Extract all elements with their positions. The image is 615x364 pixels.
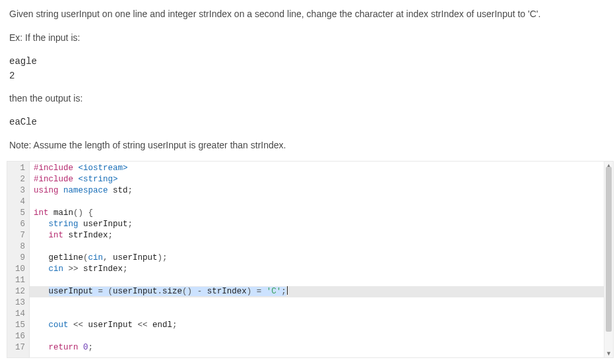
code-line[interactable] — [30, 331, 604, 342]
line-number: 6 — [7, 219, 29, 230]
line-number: 13 — [7, 297, 29, 309]
code-line[interactable] — [30, 197, 604, 208]
line-number: 14 — [7, 309, 29, 320]
code-line[interactable] — [30, 309, 604, 320]
code-line[interactable]: #include <iostream> — [30, 163, 604, 174]
line-number: 15 — [7, 320, 29, 331]
code-editor[interactable]: 1234567891011121314151617 #include <iost… — [7, 161, 614, 358]
example-intro: Ex: If the input is: — [9, 30, 606, 46]
line-number: 16 — [7, 331, 29, 342]
problem-statement: Given string userInput on one line and i… — [9, 7, 606, 22]
line-number-gutter: 1234567891011121314151617 — [7, 162, 30, 357]
line-number: 3 — [7, 185, 29, 197]
code-line[interactable]: getline(cin, userInput); — [30, 253, 604, 264]
line-number: 17 — [7, 342, 29, 353]
line-number: 5 — [7, 208, 29, 219]
code-line[interactable] — [30, 275, 604, 286]
code-line[interactable]: cin >> strIndex; — [30, 264, 604, 275]
code-line[interactable]: #include <string> — [30, 174, 604, 185]
code-line[interactable]: return 0; — [30, 342, 604, 353]
line-number: 10 — [7, 264, 29, 275]
line-number: 4 — [7, 197, 29, 208]
code-line[interactable] — [30, 241, 604, 253]
line-number: 2 — [7, 174, 29, 185]
example-input: eagle 2 — [9, 54, 606, 84]
code-line[interactable]: int main() { — [30, 208, 604, 219]
text-selection: userInput = (userInput.size() - strIndex… — [49, 287, 286, 296]
code-line[interactable]: string userInput; — [30, 219, 604, 230]
scroll-down-arrow-icon[interactable]: ▼ — [604, 349, 613, 357]
code-line[interactable]: using namespace std; — [30, 185, 604, 197]
example-output: eaCle — [9, 115, 606, 129]
line-number: 7 — [7, 230, 29, 241]
code-line[interactable]: userInput = (userInput.size() - strIndex… — [30, 286, 604, 297]
output-intro: then the output is: — [9, 91, 606, 107]
line-number: 9 — [7, 253, 29, 264]
code-line[interactable]: cout << userInput << endl; — [30, 320, 604, 331]
line-number: 12 — [7, 286, 29, 297]
text-cursor — [287, 286, 288, 295]
problem-description: Given string userInput on one line and i… — [0, 0, 615, 153]
line-number: 1 — [7, 163, 29, 174]
code-line[interactable] — [30, 297, 604, 309]
vertical-scrollbar[interactable]: ▲ ▼ — [604, 162, 613, 357]
line-number: 8 — [7, 241, 29, 253]
problem-note: Note: Assume the length of string userIn… — [9, 138, 606, 154]
code-area[interactable]: #include <iostream>#include <string>usin… — [30, 162, 604, 357]
line-number: 11 — [7, 275, 29, 286]
code-line[interactable]: int strIndex; — [30, 230, 604, 241]
scrollbar-thumb[interactable] — [606, 167, 612, 332]
